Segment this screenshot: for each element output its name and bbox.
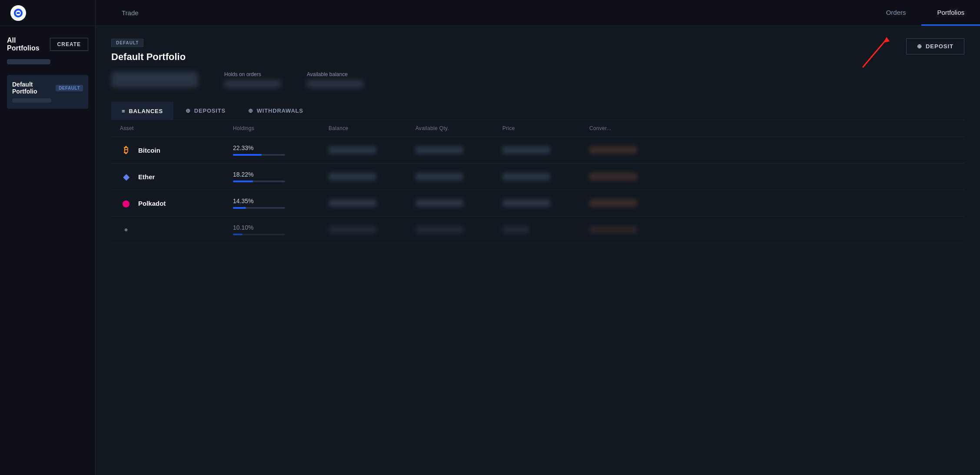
sidebar-item-portfolio-name: Default Portfolio DEFAULT <box>12 81 83 95</box>
bitcoin-available-qty <box>415 146 463 154</box>
bitcoin-holdings: 22.33% <box>233 144 329 156</box>
tab-balances[interactable]: ≡ BALANCES <box>111 102 173 120</box>
portfolio-total-value <box>111 72 198 87</box>
svg-marker-3 <box>884 37 890 43</box>
bitcoin-holdings-pct: 22.33% <box>233 144 329 151</box>
table-row[interactable]: ● 10.10% <box>111 217 964 243</box>
th-balance: Balance <box>329 125 415 131</box>
bitcoin-balance <box>329 146 376 154</box>
ether-holdings: 18.22% <box>233 171 329 182</box>
other-balance <box>329 226 376 234</box>
sidebar-header: All Portfolios CREATE <box>7 37 88 52</box>
bitcoin-conversion <box>589 146 637 154</box>
ether-name: Ether <box>138 173 155 181</box>
sidebar-title: All Portfolios <box>7 37 50 52</box>
polkadot-holdings: 14.35% <box>233 197 329 209</box>
balances-tab-icon: ≡ <box>122 108 125 114</box>
main-layout: All Portfolios CREATE Default Portfolio … <box>0 26 980 475</box>
balances-tabs: ≡ BALANCES ⊕ DEPOSITS ⊕ WITHDRAWALS <box>111 102 964 120</box>
other-progress-bg <box>233 234 285 235</box>
deposit-icon: ⊕ <box>917 43 922 50</box>
svg-rect-1 <box>17 12 20 14</box>
withdrawals-tab-label: WITHDRAWALS <box>257 107 303 114</box>
sidebar-portfolio-value-placeholder <box>12 98 51 103</box>
bitcoin-icon: ₿ <box>120 144 132 156</box>
ether-progress-bg <box>233 181 285 182</box>
deposits-tab-icon: ⊕ <box>186 107 191 114</box>
balances-tab-label: BALANCES <box>129 108 163 114</box>
logo-area <box>0 0 96 26</box>
nav-right: Orders Portfolios <box>870 0 980 26</box>
polkadot-icon: ⬤ <box>120 197 132 209</box>
coinbase-logo[interactable] <box>10 5 26 21</box>
other-available-qty <box>415 226 463 234</box>
portfolio-badge: DEFAULT <box>111 38 964 51</box>
polkadot-conversion <box>589 199 637 207</box>
deposit-label: DEPOSIT <box>926 43 953 50</box>
table-row[interactable]: ⬤ Polkadot 14.35% <box>111 190 964 217</box>
th-price: Price <box>502 125 589 131</box>
bitcoin-price <box>502 146 550 154</box>
ether-holdings-pct: 18.22% <box>233 171 329 178</box>
default-portfolio-sidebar-item[interactable]: Default Portfolio DEFAULT <box>7 75 88 109</box>
tab-withdrawals[interactable]: ⊕ WITHDRAWALS <box>238 102 314 119</box>
top-navigation: Trade Orders Portfolios <box>0 0 980 26</box>
trade-nav-item[interactable]: Trade <box>113 0 147 26</box>
portfolio-name-heading: Default Portfolio <box>111 51 964 63</box>
svg-line-2 <box>863 39 887 67</box>
sidebar: All Portfolios CREATE Default Portfolio … <box>0 26 96 475</box>
tab-deposits[interactable]: ⊕ DEPOSITS <box>175 102 236 119</box>
polkadot-holdings-pct: 14.35% <box>233 197 329 204</box>
holds-label: Holds on orders <box>224 71 281 77</box>
bitcoin-asset-cell: ₿ Bitcoin <box>120 144 233 156</box>
ether-balance <box>329 173 376 181</box>
portfolio-stats: Holds on orders Available balance <box>111 71 964 88</box>
available-balance-group: Available balance <box>307 71 363 88</box>
bitcoin-name: Bitcoin <box>138 147 160 154</box>
table-row[interactable]: ₿ Bitcoin 22.33% <box>111 137 964 164</box>
content-area: ⊕ DEPOSIT DEFAULT Default Portfolio Hold… <box>96 26 980 475</box>
balances-table-container: Asset Holdings Balance Available Qty. Pr… <box>111 120 964 243</box>
ether-asset-cell: ◆ Ether <box>120 171 233 183</box>
th-conversion: Conver... <box>589 125 956 131</box>
other-progress-fill <box>233 234 243 235</box>
table-row[interactable]: ◆ Ether 18.22% <box>111 164 964 190</box>
polkadot-available-qty <box>415 199 463 207</box>
default-badge: DEFAULT <box>56 85 83 91</box>
create-portfolio-button[interactable]: CREATE <box>50 38 88 51</box>
other-price <box>502 226 528 234</box>
withdrawals-tab-icon: ⊕ <box>248 107 253 114</box>
available-value <box>307 80 363 88</box>
ether-available-qty <box>415 173 463 181</box>
portfolios-nav-tab[interactable]: Portfolios <box>921 0 980 26</box>
nav-links: Trade <box>96 0 870 26</box>
table-header-row: Asset Holdings Balance Available Qty. Pr… <box>111 120 964 137</box>
holds-on-orders-group: Holds on orders <box>224 71 281 88</box>
other-conversion <box>589 226 637 234</box>
ether-icon: ◆ <box>120 171 132 183</box>
other-holdings-pct: 10.10% <box>233 224 329 231</box>
polkadot-progress-fill <box>233 207 246 209</box>
ether-conversion <box>589 173 637 181</box>
polkadot-asset-cell: ⬤ Polkadot <box>120 197 233 209</box>
other-asset-cell: ● <box>120 224 233 236</box>
other-holdings: 10.10% <box>233 224 329 235</box>
deposits-tab-label: DEPOSITS <box>194 107 226 114</box>
sidebar-portfolio-name-text: Default Portfolio <box>12 81 51 95</box>
bitcoin-progress-fill <box>233 154 262 156</box>
polkadot-progress-bg <box>233 207 285 209</box>
holds-value <box>224 80 281 88</box>
other-icon: ● <box>120 224 132 236</box>
th-asset: Asset <box>120 125 233 131</box>
polkadot-balance <box>329 199 376 207</box>
polkadot-price <box>502 199 550 207</box>
available-label: Available balance <box>307 71 363 77</box>
deposit-button[interactable]: ⊕ DEPOSIT <box>906 38 964 54</box>
orders-nav-tab[interactable]: Orders <box>870 0 922 26</box>
ether-progress-fill <box>233 181 253 182</box>
polkadot-name: Polkadot <box>138 200 166 207</box>
bitcoin-progress-bg <box>233 154 285 156</box>
portfolio-default-badge: DEFAULT <box>111 39 143 47</box>
arrow-annotation <box>850 35 893 71</box>
th-available-qty: Available Qty. <box>415 125 502 131</box>
